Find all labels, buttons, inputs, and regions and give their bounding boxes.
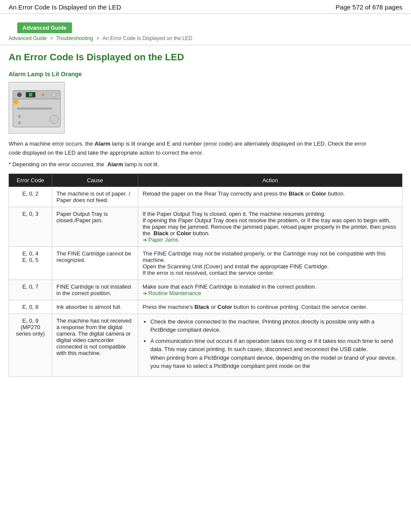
table-header-action: Action	[138, 174, 402, 187]
breadcrumb-link-troubleshooting[interactable]: Troubleshooting	[56, 35, 93, 41]
svg-point-11	[50, 115, 58, 124]
cause-e09: The machine has not received a response …	[52, 314, 138, 376]
cause-e04-05: The FINE Cartridge cannot be recognized.	[52, 246, 138, 280]
svg-point-10	[18, 121, 21, 124]
table-row: E, 0, 8 Ink absorber is almost full. Pre…	[9, 300, 402, 314]
error-code-e07: E, 0, 7	[9, 280, 52, 300]
main-page-title: An Error Code Is Displayed on the LED	[9, 52, 402, 63]
svg-rect-5	[19, 93, 20, 95]
breadcrumb-current: An Error Code Is Displayed on the LED	[103, 35, 193, 41]
breadcrumb-sep-2: >	[96, 35, 100, 41]
svg-line-18	[18, 104, 19, 105]
table-row: E, 0, 4E, 0, 5 The FINE Cartridge cannot…	[9, 246, 402, 280]
alarm-bold-2: Alarm	[107, 161, 123, 168]
error-code-e03: E, 0, 3	[9, 207, 52, 246]
action-e09: Check the device connected to the machin…	[138, 314, 402, 376]
action-e04-05: The FINE Cartridge may not be installed …	[138, 246, 402, 280]
action-e02: Reload the paper on the Rear Tray correc…	[138, 187, 402, 207]
table-row: E, 0, 2 The machine is out of paper. / P…	[9, 187, 402, 207]
svg-point-7	[42, 93, 44, 96]
svg-point-9	[18, 115, 21, 118]
error-code-e04-05: E, 0, 4E, 0, 5	[9, 246, 52, 280]
error-code-e09: E, 0, 9(MP270 series only)	[9, 314, 52, 376]
paper-jams-link[interactable]: Paper Jams	[143, 236, 178, 243]
section-title-alarm: Alarm Lamp Is Lit Orange	[9, 71, 402, 78]
page-title-top: An Error Code Is Displayed on the LED	[9, 3, 121, 11]
action-e08: Press the machine's Black or Color butto…	[138, 300, 402, 314]
bullet-item: Check the device connected to the machin…	[150, 317, 398, 334]
routine-maintenance-link[interactable]: Routine Maintenance	[143, 290, 201, 296]
alarm-bold-1: Alarm	[94, 140, 110, 147]
device-svg	[11, 84, 62, 131]
banner-wrapper: Advanced Guide	[9, 18, 402, 33]
svg-point-6	[52, 93, 56, 97]
breadcrumb: Advanced Guide > Troubleshooting > An Er…	[0, 33, 411, 45]
bullet-item: A communication time out occurs if an op…	[150, 337, 398, 370]
svg-line-20	[14, 104, 15, 105]
breadcrumb-link-advanced[interactable]: Advanced Guide	[9, 35, 47, 41]
action-e03: If the Paper Output Tray is closed, open…	[138, 207, 402, 246]
cause-e08: Ink absorber is almost full.	[52, 300, 138, 314]
note-para: * Depending on the error occurred, the A…	[9, 161, 402, 168]
table-row: E, 0, 3 Paper Output Tray is closed./Pap…	[9, 207, 402, 246]
action-e09-bullets: Check the device connected to the machin…	[143, 317, 398, 370]
error-table: Error Code Cause Action E, 0, 2 The mach…	[9, 174, 402, 377]
breadcrumb-sep-1: >	[50, 35, 54, 41]
main-content: An Error Code Is Displayed on the LED Al…	[0, 45, 411, 386]
page-info: Page 572 of 678 pages	[336, 3, 402, 11]
cause-e07: FINE Cartridge is not installed in the c…	[52, 280, 138, 300]
cause-e02: The machine is out of paper. / Paper doe…	[52, 187, 138, 207]
description-para1: When a machine error occurs, the Alarm l…	[9, 140, 379, 158]
advanced-guide-label: Advanced Guide	[22, 25, 67, 31]
device-image	[9, 82, 65, 134]
error-code-e02: E, 0, 2	[9, 187, 52, 207]
svg-line-19	[18, 100, 19, 101]
advanced-guide-banner[interactable]: Advanced Guide	[17, 22, 72, 33]
table-row: E, 0, 7 FINE Cartridge is not installed …	[9, 280, 402, 300]
table-header-code: Error Code	[9, 174, 52, 187]
table-header-cause: Cause	[52, 174, 138, 187]
table-row: E, 0, 9(MP270 series only) The machine h…	[9, 314, 402, 376]
top-bar: An Error Code Is Displayed on the LED Pa…	[0, 0, 411, 14]
svg-rect-3	[29, 93, 32, 96]
error-code-e08: E, 0, 8	[9, 300, 52, 314]
svg-rect-8	[17, 108, 52, 109]
svg-line-17	[14, 100, 15, 101]
action-e07: Make sure that each FINE Cartridge is in…	[138, 280, 402, 300]
cause-e03: Paper Output Tray is closed./Paper jam.	[52, 207, 138, 246]
